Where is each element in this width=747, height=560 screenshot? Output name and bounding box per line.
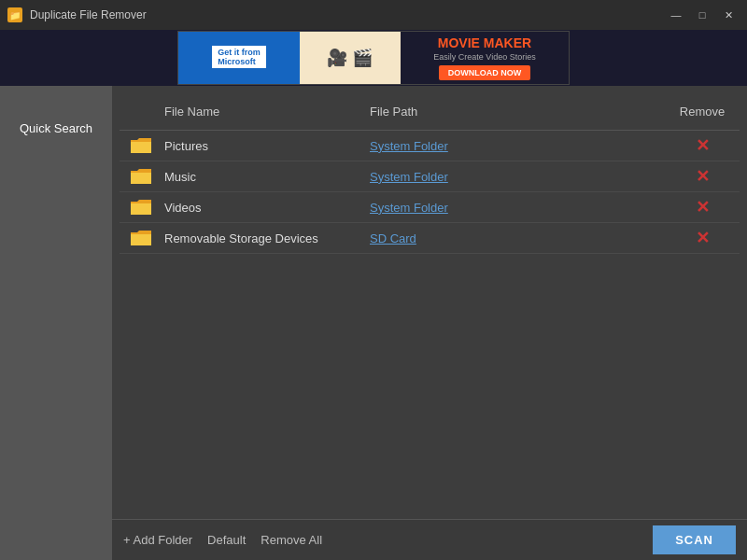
ad-title-movie: MOVIE bbox=[438, 35, 484, 50]
table-row: Pictures System Folder ✕ bbox=[120, 131, 740, 161]
cell-path[interactable]: System Folder bbox=[362, 201, 665, 215]
ad-subtitle: Easily Create Video Stories bbox=[433, 52, 535, 62]
table-row: Music System Folder ✕ bbox=[120, 161, 740, 192]
movie-camera-icon: 🎥 🎬 bbox=[327, 48, 373, 68]
remove-button[interactable]: ✕ bbox=[696, 230, 710, 246]
cell-path[interactable]: System Folder bbox=[362, 139, 665, 153]
remove-button[interactable]: ✕ bbox=[696, 168, 710, 185]
ad-microsoft-section: Get it fromMicrosoft bbox=[178, 32, 300, 84]
app-icon: 📁 bbox=[7, 7, 22, 22]
add-folder-button[interactable]: + Add Folder bbox=[123, 533, 192, 547]
cell-remove: ✕ bbox=[665, 168, 740, 185]
cell-path[interactable]: System Folder bbox=[362, 170, 665, 184]
cell-name: Music bbox=[157, 170, 362, 184]
title-bar: 📁 Duplicate File Remover — □ ✕ bbox=[0, 0, 747, 30]
remove-button[interactable]: ✕ bbox=[696, 137, 710, 154]
content-panel: File Name File Path Remove Pictures Syst… bbox=[112, 86, 747, 560]
ad-title: MOVIE MAKER bbox=[438, 35, 531, 51]
sidebar-item-quick-search[interactable]: Quick Search bbox=[10, 114, 102, 143]
window-controls: — □ ✕ bbox=[665, 6, 740, 24]
remove-button[interactable]: ✕ bbox=[696, 199, 710, 216]
default-button[interactable]: Default bbox=[207, 533, 246, 547]
bottom-bar: + Add Folder Default Remove All SCAN bbox=[112, 519, 747, 560]
ad-icon-section: 🎥 🎬 bbox=[300, 32, 401, 84]
th-filepath: File Path bbox=[362, 101, 665, 122]
cell-name: Pictures bbox=[157, 139, 362, 153]
sidebar: Quick Search bbox=[0, 86, 112, 560]
file-table: File Name File Path Remove Pictures Syst… bbox=[120, 93, 740, 511]
maximize-button[interactable]: □ bbox=[691, 6, 713, 24]
cell-path[interactable]: SD Card bbox=[362, 231, 665, 245]
title-bar-left: 📁 Duplicate File Remover bbox=[7, 7, 147, 22]
cell-name: Videos bbox=[157, 201, 362, 215]
table-row: Videos System Folder ✕ bbox=[120, 192, 740, 223]
ad-banner: Get it fromMicrosoft 🎥 🎬 MOVIE MAKER Eas… bbox=[0, 30, 747, 86]
ad-download-btn[interactable]: DOWNLOAD NOW bbox=[439, 65, 531, 80]
minimize-button[interactable]: — bbox=[665, 6, 687, 24]
th-filename: File Name bbox=[157, 101, 362, 122]
close-button[interactable]: ✕ bbox=[717, 6, 740, 24]
scan-button[interactable]: SCAN bbox=[653, 525, 736, 554]
table-row: Removable Storage Devices SD Card ✕ bbox=[120, 223, 740, 254]
cell-name: Removable Storage Devices bbox=[157, 231, 362, 245]
folder-icon bbox=[120, 136, 157, 155]
remove-all-button[interactable]: Remove All bbox=[261, 533, 322, 547]
th-remove: Remove bbox=[665, 101, 740, 122]
folder-icon bbox=[120, 198, 157, 217]
cell-remove: ✕ bbox=[665, 137, 740, 154]
ad-ms-logo: Get it fromMicrosoft bbox=[212, 46, 266, 68]
table-header: File Name File Path Remove bbox=[120, 93, 740, 131]
bottom-actions: + Add Folder Default Remove All bbox=[123, 533, 322, 547]
ad-title-maker: MAKER bbox=[484, 35, 531, 50]
ad-inner[interactable]: Get it fromMicrosoft 🎥 🎬 MOVIE MAKER Eas… bbox=[177, 31, 570, 85]
main-area: Quick Search File Name File Path Remove … bbox=[0, 86, 747, 560]
cell-remove: ✕ bbox=[665, 199, 740, 216]
folder-icon bbox=[120, 167, 157, 186]
folder-icon bbox=[120, 229, 157, 247]
app-title: Duplicate File Remover bbox=[30, 8, 147, 21]
cell-remove: ✕ bbox=[665, 230, 740, 246]
ad-cta-section: MOVIE MAKER Easily Create Video Stories … bbox=[401, 32, 569, 84]
th-icon bbox=[120, 101, 157, 122]
